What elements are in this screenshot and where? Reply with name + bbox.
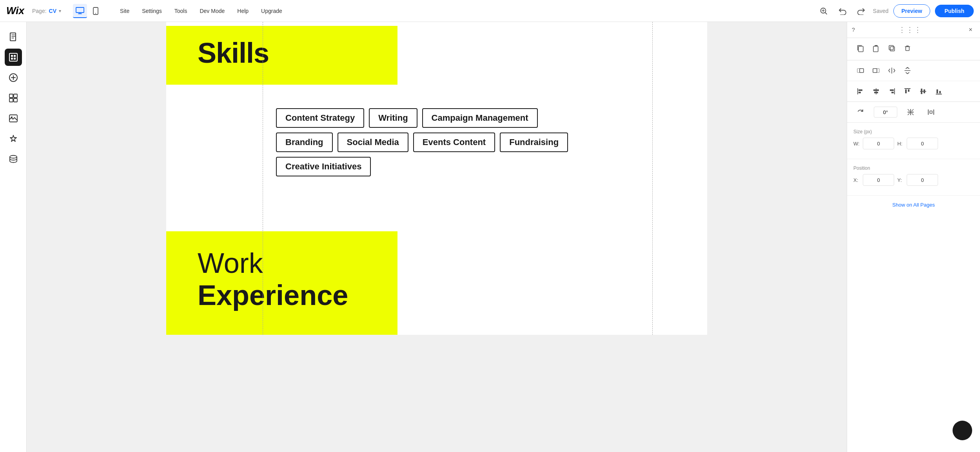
page-indicator: Page: CV ▾ xyxy=(32,8,61,14)
page-name[interactable]: CV xyxy=(49,8,56,14)
nav-devmode[interactable]: Dev Mode xyxy=(194,5,230,17)
y-input[interactable] xyxy=(907,174,938,186)
stretch-to-fit-button[interactable] xyxy=(904,105,918,119)
svg-rect-9 xyxy=(14,58,16,60)
align-bottom-button[interactable] xyxy=(932,84,946,98)
nav-site[interactable]: Site xyxy=(114,5,135,17)
width-input[interactable] xyxy=(863,138,894,149)
skill-tag-fundraising[interactable]: Fundraising xyxy=(500,133,568,152)
skill-tag-events-content[interactable]: Events Content xyxy=(413,133,495,152)
sidebar-add-icon[interactable] xyxy=(5,69,22,86)
sidebar-database-icon[interactable] xyxy=(5,151,22,168)
send-to-back-button[interactable] xyxy=(853,64,867,78)
position-label: Position xyxy=(853,165,974,171)
chat-bubble-icon[interactable] xyxy=(953,421,972,440)
svg-rect-11 xyxy=(9,94,13,98)
panel-size-section: Size (px) W: H: xyxy=(847,123,980,159)
svg-rect-6 xyxy=(11,55,13,57)
work-experience-section: Work Experience xyxy=(166,231,397,335)
align-distribute-button[interactable] xyxy=(924,105,938,119)
skill-tag-campaign-management[interactable]: Campaign Management xyxy=(422,108,538,128)
skills-header-block: Skills xyxy=(166,26,397,85)
svg-rect-40 xyxy=(930,111,932,113)
align-center-h-button[interactable] xyxy=(869,84,883,98)
redo-button[interactable] xyxy=(854,4,868,18)
svg-rect-23 xyxy=(906,47,909,51)
topbar-right-actions: Saved Preview Publish xyxy=(817,4,974,18)
x-input[interactable] xyxy=(863,174,894,186)
svg-rect-29 xyxy=(858,92,861,93)
topbar-nav: Site Settings Tools Dev Mode Help Upgrad… xyxy=(114,5,817,17)
sidebar-elements-icon[interactable] xyxy=(5,49,22,66)
sidebar-pages-icon[interactable] xyxy=(5,28,22,45)
device-switcher xyxy=(73,4,103,18)
sidebar-media-icon[interactable] xyxy=(5,110,22,127)
svg-rect-20 xyxy=(875,45,877,46)
page-label: Page: xyxy=(32,8,47,14)
topbar: Wix Page: CV ▾ Site Settings Tools Dev M… xyxy=(0,0,980,22)
svg-rect-31 xyxy=(874,92,878,93)
svg-rect-7 xyxy=(14,55,16,57)
copy-button[interactable] xyxy=(853,41,867,55)
left-sidebar xyxy=(0,22,27,452)
x-field: X: xyxy=(853,174,894,186)
height-input[interactable] xyxy=(907,138,938,149)
skill-tag-content-strategy[interactable]: Content Strategy xyxy=(276,108,364,128)
publish-button[interactable]: Publish xyxy=(935,5,974,17)
skills-tags-container: Content Strategy Writing Campaign Manage… xyxy=(276,108,590,176)
mobile-view-button[interactable] xyxy=(89,4,103,18)
skill-tag-branding[interactable]: Branding xyxy=(276,133,333,152)
width-label: W: xyxy=(853,141,860,147)
delete-button[interactable] xyxy=(900,41,915,55)
align-top-button[interactable] xyxy=(900,84,915,98)
panel-close-button[interactable]: × xyxy=(966,25,975,34)
height-label: H: xyxy=(897,141,904,147)
x-label: X: xyxy=(853,177,860,183)
skills-section: Skills Content Strategy Writing Campaign… xyxy=(166,22,707,208)
width-field: W: xyxy=(853,138,894,149)
flip-vertical-button[interactable] xyxy=(900,64,915,78)
desktop-view-button[interactable] xyxy=(73,4,87,18)
sidebar-apps-icon[interactable] xyxy=(5,89,22,107)
align-left-button[interactable] xyxy=(853,84,867,98)
align-middle-v-button[interactable] xyxy=(916,84,930,98)
zoom-icon[interactable] xyxy=(817,4,831,18)
nav-tools[interactable]: Tools xyxy=(169,5,193,17)
svg-rect-39 xyxy=(939,91,941,93)
svg-rect-22 xyxy=(889,45,893,50)
panel-help-button[interactable]: ? xyxy=(852,27,855,33)
canvas-area[interactable]: Skills Content Strategy Writing Campaign… xyxy=(27,22,847,452)
svg-point-2 xyxy=(95,13,96,14)
svg-rect-18 xyxy=(858,46,863,52)
panel-grid-icon[interactable]: ⋮⋮⋮ xyxy=(898,25,922,34)
svg-rect-30 xyxy=(873,89,879,91)
skill-tag-social-media[interactable]: Social Media xyxy=(338,133,408,152)
svg-rect-8 xyxy=(11,58,13,60)
svg-rect-25 xyxy=(860,69,864,73)
nav-upgrade[interactable]: Upgrade xyxy=(256,5,288,17)
nav-settings[interactable]: Settings xyxy=(136,5,167,17)
rotation-icon[interactable] xyxy=(853,105,867,119)
bring-to-front-button[interactable] xyxy=(869,64,883,78)
skill-tag-creative-initiatives[interactable]: Creative Initiatives xyxy=(276,157,371,176)
skill-tag-writing[interactable]: Writing xyxy=(369,108,417,128)
work-experience-title: Work Experience xyxy=(198,247,374,311)
show-on-all-pages-link[interactable]: Show on All Pages xyxy=(847,196,980,214)
rotation-input[interactable] xyxy=(874,107,897,118)
y-field: Y: xyxy=(897,174,938,186)
undo-button[interactable] xyxy=(835,4,849,18)
nav-help[interactable]: Help xyxy=(232,5,254,17)
page-chevron-icon[interactable]: ▾ xyxy=(59,8,61,14)
flip-horizontal-button[interactable] xyxy=(885,64,899,78)
align-right-button[interactable] xyxy=(885,84,899,98)
preview-button[interactable]: Preview xyxy=(893,4,931,18)
sidebar-design-icon[interactable] xyxy=(5,130,22,147)
skills-title: Skills xyxy=(198,37,374,69)
right-properties-panel: ? ⋮⋮⋮ × xyxy=(847,22,980,452)
paste-button[interactable] xyxy=(869,41,883,55)
wix-logo: Wix xyxy=(6,5,24,17)
svg-rect-32 xyxy=(890,89,894,91)
svg-rect-5 xyxy=(9,53,17,61)
svg-rect-0 xyxy=(76,7,84,13)
duplicate-button[interactable] xyxy=(885,41,899,55)
